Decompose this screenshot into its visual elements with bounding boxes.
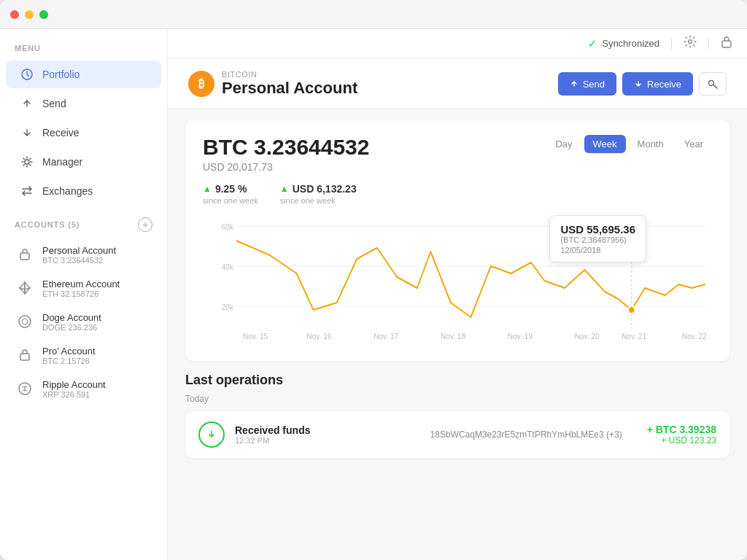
svg-text:Nov. 17: Nov. 17	[374, 332, 398, 341]
svg-text:20k: 20k	[222, 303, 234, 311]
receive-button[interactable]: Receive	[622, 72, 693, 96]
balance-btc: BTC 3.23644532	[203, 135, 370, 160]
svg-text:Nov. 21: Nov. 21	[622, 332, 646, 341]
operations-title: Last operations	[185, 373, 729, 388]
svg-point-1	[25, 160, 29, 164]
personal-account-info: Personal Account BTC 3.23644532	[42, 245, 116, 265]
stat-percent: ▲ 9.25 % since one week	[203, 183, 258, 205]
chart-top: BTC 3.23644532 USD 20,017.73 Day Week Mo…	[203, 135, 712, 173]
accounts-header: ACCOUNTS (5) +	[0, 206, 167, 238]
add-account-button[interactable]: +	[138, 217, 152, 232]
pro-account-icon	[15, 345, 35, 365]
main-layout: MENU Portfolio Send	[0, 29, 747, 560]
topbar-divider	[671, 38, 672, 50]
operations-date: Today	[185, 394, 729, 404]
close-dot[interactable]	[10, 10, 19, 19]
tooltip-btc: (BTC 2.36487956)	[560, 236, 635, 244]
op-address: 18SbWCaqM3e23rE5zmTtPRhYmHbLMEe3 (+3)	[430, 429, 622, 440]
sidebar-item-portfolio[interactable]: Portfolio	[6, 61, 161, 88]
svg-text:Nov. 18: Nov. 18	[441, 332, 465, 341]
svg-point-7	[19, 316, 31, 327]
svg-text:Nov. 22: Nov. 22	[682, 332, 707, 341]
chart-card: BTC 3.23644532 USD 20,017.73 Day Week Mo…	[185, 120, 729, 361]
titlebar	[0, 0, 747, 29]
ripple-account-sub: XRP 326.591	[42, 390, 106, 399]
receive-icon	[20, 126, 34, 139]
app-window: MENU Portfolio Send	[0, 0, 747, 560]
portfolio-icon	[20, 68, 34, 81]
doge-account-sub: DOGE 236.236	[42, 323, 101, 332]
op-time: 12:32 PM	[235, 436, 406, 445]
send-icon	[20, 97, 34, 110]
sidebar-exchanges-label: Exchanges	[42, 185, 93, 197]
sidebar-item-exchanges[interactable]: Exchanges	[6, 177, 161, 205]
ethereum-account-info: Ethereum Account ETH 32.158726	[42, 279, 120, 298]
exchanges-icon	[20, 184, 34, 198]
lock-icon[interactable]	[721, 35, 732, 52]
time-btn-month[interactable]: Month	[629, 135, 673, 153]
op-info: Received funds 12:32 PM	[235, 424, 406, 445]
time-btn-year[interactable]: Year	[676, 135, 712, 153]
key-button[interactable]	[699, 72, 727, 96]
doge-account-icon	[15, 311, 35, 332]
manager-icon	[20, 155, 34, 168]
svg-point-11	[689, 40, 692, 44]
topbar: ✓ Synchronized	[168, 29, 747, 58]
sync-label: Synchronized	[602, 38, 659, 49]
svg-text:Nov. 15: Nov. 15	[243, 332, 268, 341]
maximize-dot[interactable]	[39, 10, 48, 19]
sidebar-receive-label: Receive	[42, 127, 80, 139]
topbar-divider2	[708, 38, 709, 50]
menu-label: MENU	[0, 44, 167, 60]
settings-icon[interactable]	[684, 35, 697, 52]
minimize-dot[interactable]	[25, 10, 34, 19]
op-name: Received funds	[235, 424, 406, 436]
account-item-ripple[interactable]: Ripple Account XRP 326.591	[0, 373, 167, 405]
account-item-ethereum[interactable]: Ethereum Account ETH 32.158726	[0, 272, 167, 304]
sidebar-item-manager[interactable]: Manager	[6, 148, 161, 176]
personal-account-name: Personal Account	[42, 245, 116, 256]
stat-percent-label: since one week	[203, 196, 258, 205]
ripple-account-info: Ripple Account XRP 326.591	[42, 379, 106, 399]
time-btn-week[interactable]: Week	[584, 135, 626, 153]
svg-rect-12	[722, 41, 731, 47]
ethereum-account-icon	[15, 278, 35, 298]
svg-point-8	[22, 319, 28, 324]
stats-row: ▲ 9.25 % since one week ▲ USD 6,132.23 s…	[203, 183, 712, 205]
svg-rect-2	[20, 253, 29, 260]
header-actions: Send Receive	[558, 72, 727, 96]
ripple-account-name: Ripple Account	[42, 379, 106, 390]
account-item-pro[interactable]: Pro' Account BTC 2.15726	[0, 339, 167, 371]
time-btn-day[interactable]: Day	[546, 135, 581, 153]
op-received-icon	[198, 421, 225, 448]
svg-text:60k: 60k	[222, 222, 234, 231]
svg-text:Nov. 19: Nov. 19	[508, 332, 533, 341]
sidebar-portfolio-label: Portfolio	[42, 69, 80, 80]
svg-text:40k: 40k	[222, 262, 234, 271]
stat-usd-label: since one week	[280, 196, 357, 205]
account-item-personal[interactable]: Personal Account BTC 3.23644532	[0, 238, 167, 271]
tooltip-date: 12/05/2018	[560, 246, 635, 254]
bitcoin-icon: ₿	[188, 71, 214, 97]
pro-account-sub: BTC 2.15726	[42, 357, 96, 365]
stat-usd: ▲ USD 6,132.23 since one week	[280, 183, 357, 205]
page-title-text: BITCOIN Personal Account	[222, 70, 357, 98]
ripple-account-icon	[15, 378, 35, 399]
sidebar-manager-label: Manager	[42, 156, 82, 168]
op-btc: + BTC 3.39238	[647, 424, 716, 435]
svg-marker-5	[25, 288, 30, 294]
sync-icon: ✓	[588, 37, 597, 50]
page-subtitle: BITCOIN	[222, 70, 357, 79]
page-title-area: ₿ BITCOIN Personal Account	[188, 70, 357, 98]
svg-text:Nov. 16: Nov. 16	[306, 332, 331, 341]
doge-account-name: Doge Account	[42, 312, 101, 323]
sidebar-item-send[interactable]: Send	[6, 90, 161, 117]
account-item-doge[interactable]: Doge Account DOGE 236.236	[0, 306, 167, 338]
send-button[interactable]: Send	[558, 72, 616, 96]
svg-text:Nov. 20: Nov. 20	[575, 332, 600, 341]
op-amount: + BTC 3.39238 + USD 123.23	[647, 424, 716, 446]
sidebar-send-label: Send	[42, 98, 66, 109]
svg-rect-9	[20, 354, 29, 360]
sidebar-item-receive[interactable]: Receive	[6, 119, 161, 147]
ethereum-account-name: Ethereum Account	[42, 279, 120, 289]
